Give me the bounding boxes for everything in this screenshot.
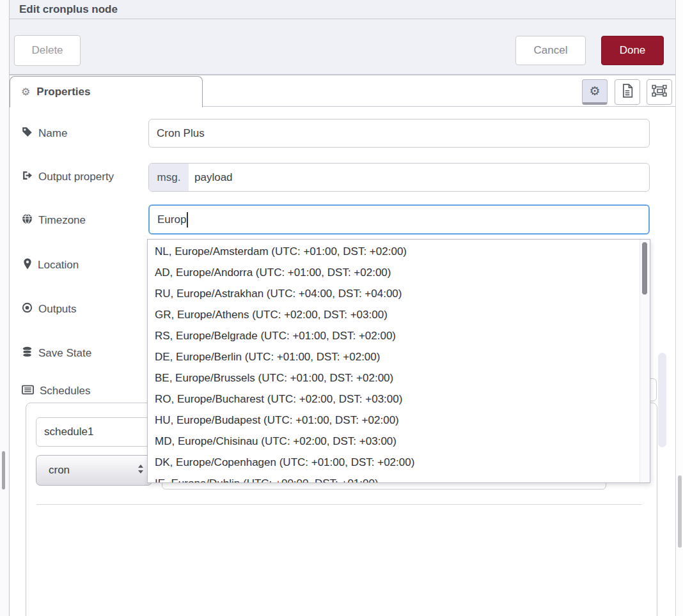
name-label: Name bbox=[22, 125, 67, 142]
gear-icon: ⚙ bbox=[589, 85, 600, 97]
timezone-input[interactable]: Europ bbox=[148, 204, 650, 235]
timezone-option[interactable]: GR, Europe/Athens (UTC: +02:00, DST: +03… bbox=[148, 304, 650, 325]
tray-drag-handle[interactable] bbox=[2, 451, 5, 489]
timezone-option[interactable]: RO, Europe/Bucharest (UTC: +02:00, DST: … bbox=[148, 389, 650, 410]
dialog-title: Edit cronplus node bbox=[19, 3, 118, 16]
page-scrollbar-track[interactable] bbox=[675, 0, 683, 616]
timezone-option[interactable]: DE, Europe/Berlin (UTC: +01:00, DST: +02… bbox=[148, 346, 650, 367]
tab-properties[interactable]: ⚙ Properties bbox=[10, 76, 203, 107]
list-table-icon bbox=[22, 385, 34, 398]
dialog-header: Edit cronplus node bbox=[10, 0, 683, 19]
timezone-dropdown: NL, Europe/Amsterdam (UTC: +01:00, DST: … bbox=[147, 239, 650, 483]
delete-button[interactable]: Delete bbox=[14, 35, 81, 66]
cancel-button[interactable]: Cancel bbox=[515, 36, 586, 65]
tag-icon bbox=[22, 127, 33, 141]
dropdown-scrollbar-track[interactable] bbox=[640, 240, 650, 482]
output-property-typed-input[interactable]: msg. payload bbox=[148, 163, 650, 192]
msg-prefix-select[interactable]: msg. bbox=[149, 164, 189, 191]
timezone-option[interactable]: MD, Europe/Chisinau (UTC: +02:00, DST: +… bbox=[148, 431, 650, 452]
save-state-label: Save State bbox=[22, 345, 91, 362]
timezone-label: Timezone bbox=[22, 212, 86, 229]
location-label: Location bbox=[23, 257, 79, 273]
document-icon bbox=[621, 84, 634, 100]
tab-bar: ⚙ Properties ⚙ bbox=[10, 75, 683, 107]
schedule-type-select[interactable]: cron bbox=[36, 455, 152, 486]
form-scrollbar-thumb[interactable] bbox=[658, 353, 666, 447]
timezone-option[interactable]: RS, Europe/Belgrade (UTC: +01:00, DST: +… bbox=[148, 325, 650, 346]
description-tab-button[interactable] bbox=[615, 79, 640, 105]
timezone-option[interactable]: BE, Europe/Brussels (UTC: +01:00, DST: +… bbox=[148, 367, 650, 389]
node-appearance-icon bbox=[652, 84, 667, 100]
database-icon bbox=[22, 346, 33, 361]
text-caret bbox=[187, 212, 188, 227]
tray-resize-gutter bbox=[0, 0, 10, 616]
globe-icon bbox=[22, 213, 33, 227]
name-input[interactable] bbox=[148, 119, 650, 148]
dot-circle-icon bbox=[22, 302, 33, 316]
map-marker-icon bbox=[23, 258, 32, 273]
schedule-type-value: cron bbox=[49, 464, 70, 477]
timezone-option[interactable]: NL, Europe/Amsterdam (UTC: +01:00, DST: … bbox=[148, 241, 650, 262]
sign-out-icon bbox=[22, 170, 33, 184]
appearance-tab-button[interactable] bbox=[647, 79, 672, 105]
schedules-label: Schedules bbox=[22, 383, 90, 399]
timezone-option[interactable]: IE, Europe/Dublin (UTC: +00:00, DST: +01… bbox=[148, 473, 650, 483]
timezone-option[interactable]: HU, Europe/Budapest (UTC: +01:00, DST: +… bbox=[148, 410, 650, 431]
dialog-toolbar: Delete Cancel Done bbox=[10, 19, 683, 75]
tab-properties-label: Properties bbox=[36, 86, 90, 98]
timezone-option[interactable]: RU, Europe/Astrakhan (UTC: +04:00, DST: … bbox=[148, 283, 650, 304]
gear-icon: ⚙ bbox=[21, 87, 30, 97]
output-property-value[interactable]: payload bbox=[189, 164, 649, 191]
properties-tab-button[interactable]: ⚙ bbox=[582, 79, 608, 105]
select-arrows-icon bbox=[137, 464, 144, 477]
dropdown-scrollbar-thumb[interactable] bbox=[642, 242, 647, 295]
schedule-separator bbox=[36, 504, 641, 505]
timezone-option[interactable]: DK, Europe/Copenhagen (UTC: +01:00, DST:… bbox=[148, 452, 650, 473]
page-scrollbar-thumb[interactable] bbox=[678, 475, 682, 548]
timezone-option[interactable]: AD, Europe/Andorra (UTC: +01:00, DST: +0… bbox=[148, 262, 650, 283]
timezone-input-text: Europ bbox=[157, 213, 186, 226]
outputs-label: Outputs bbox=[22, 301, 77, 318]
output-property-label: Output property bbox=[22, 169, 114, 185]
done-button[interactable]: Done bbox=[601, 36, 664, 65]
timezone-option-list: NL, Europe/Amsterdam (UTC: +01:00, DST: … bbox=[148, 240, 650, 483]
